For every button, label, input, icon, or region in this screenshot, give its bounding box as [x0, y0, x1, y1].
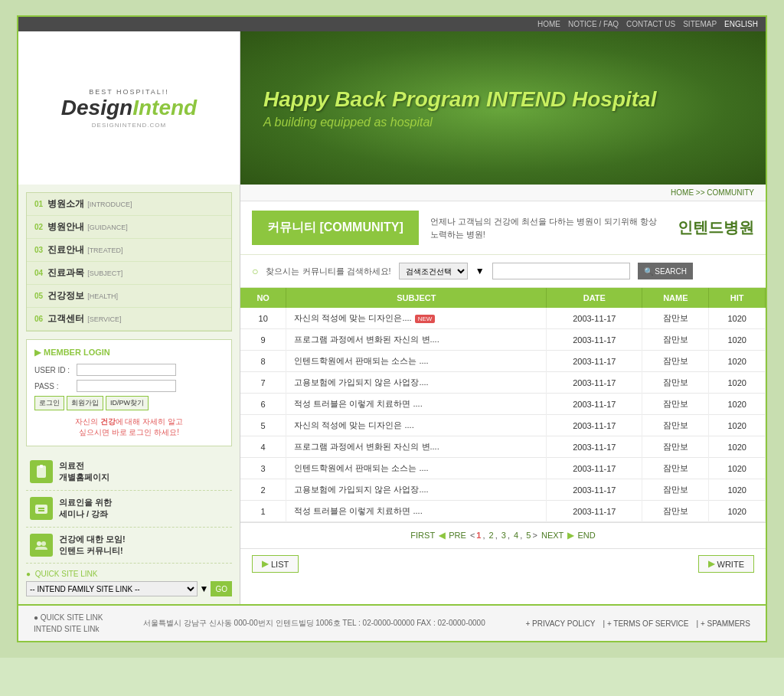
community-name: 인텐드병원	[678, 217, 754, 238]
cell-date: 2003-11-17	[547, 436, 642, 458]
cell-name: 잠만보	[642, 501, 709, 522]
cell-hit: 1020	[709, 479, 766, 501]
cell-date: 2003-11-17	[547, 501, 642, 522]
cell-hit: 1020	[709, 394, 766, 415]
pass-row: PASS :	[34, 380, 224, 392]
cell-name: 잠만보	[642, 372, 709, 394]
banner-title: Happy Back Program INTEND Hospital	[263, 87, 656, 112]
cell-subject[interactable]: 적성 트러블은 이렇게 치료하면 ....	[286, 501, 547, 522]
footer-intendsite: INTEND SITE LINk	[34, 625, 103, 633]
table-row[interactable]: 9프로그램 과정에서 변화된 자신의 변....2003-11-17잠만보102…	[240, 329, 766, 351]
table-row[interactable]: 5자신의 적성에 맞는 디자인은 ....2003-11-17잠만보1020	[240, 415, 766, 436]
pagination-page-4[interactable]: 4	[514, 531, 518, 540]
nav-item-service[interactable]: 06 고객센터 [SERVICE]	[27, 308, 231, 331]
footer-spammers[interactable]: | + SPAMMERS	[697, 619, 750, 628]
cell-name: 잠만보	[642, 394, 709, 415]
cell-no: 4	[240, 436, 286, 458]
nav-num: 01	[34, 200, 43, 208]
community-header: 커뮤니티 [COMMUNITY] 언제나 고객님의 건강에 최선을 다하는 병원…	[240, 201, 766, 255]
footer-links: + PRIVACY POLICY | + TERMS OF SERVICE | …	[525, 619, 750, 628]
quick-go-button[interactable]: GO	[211, 581, 232, 596]
quick-site-select[interactable]: -- INTEND FAMILY SITE LINK --	[26, 581, 198, 596]
table-row[interactable]: 4프로그램 과정에서 변화된 자신의 변....2003-11-17잠만보102…	[240, 436, 766, 458]
search-input[interactable]	[492, 263, 630, 279]
pagination-prev[interactable]: PRE	[449, 531, 466, 540]
login-button[interactable]: 로그인	[34, 396, 64, 410]
data-table: NO SUBJECT DATE NAME HIT 10자신의 적성에 맞는 디자…	[240, 288, 766, 522]
cell-subject[interactable]: 자신의 적성에 맞는 디자인은 ....	[286, 415, 547, 436]
cell-date: 2003-11-17	[547, 329, 642, 351]
cell-no: 2	[240, 479, 286, 501]
nav-contact[interactable]: CONTACT US	[626, 20, 675, 28]
pagination-first[interactable]: FIRST	[410, 531, 435, 540]
search-button[interactable]: 🔍 SEARCH	[638, 263, 693, 279]
search-select[interactable]: 검색조건선택	[399, 263, 468, 279]
cell-subject[interactable]: 적성 트러블은 이렇게 치료하면 ....	[286, 394, 547, 415]
table-row[interactable]: 10자신의 적성에 맞는 디자인은....NEW2003-11-17잠만보102…	[240, 308, 766, 329]
table-row[interactable]: 7고용보험에 가입되지 않은 사업장....2003-11-17잠만보1020	[240, 372, 766, 394]
sidebar-link-community[interactable]: 건강에 대한 모임!인텐드 커뮤니티!	[26, 528, 232, 564]
search-bar: ○ 찾으시는 커뮤니티를 검색하세요! 검색조건선택 ▼ 🔍 SEARCH	[240, 255, 766, 288]
table-row[interactable]: 8인텐드학원에서 판매되는 소스는 ....2003-11-17잠만보1020	[240, 351, 766, 372]
nav-item-health[interactable]: 05 건강정보 [HEALTH]	[27, 285, 231, 308]
cell-date: 2003-11-17	[547, 351, 642, 372]
footer-terms[interactable]: | + TERMS OF SERVICE	[603, 619, 689, 628]
pagination-page-5[interactable]: 5	[526, 531, 531, 540]
pagination-page-2[interactable]: 2	[489, 531, 494, 540]
cell-subject[interactable]: 고용보험에 가입되지 않은 사업장....	[286, 479, 547, 501]
cell-subject[interactable]: 자신의 적성에 맞는 디자인은....NEW	[286, 308, 547, 329]
pagination-page-1[interactable]: 1	[476, 531, 481, 540]
write-button[interactable]: ▶ WRITE	[698, 555, 754, 573]
cell-subject[interactable]: 프로그램 과정에서 변화된 자신의 변....	[286, 436, 547, 458]
nav-item-introduce[interactable]: 01 병원소개 [INTRODUCE]	[27, 193, 231, 216]
cell-no: 6	[240, 394, 286, 415]
userid-input[interactable]	[77, 364, 176, 376]
logo-area: BEST HOSPITAL!! DesignIntend DESIGNINTEN…	[18, 31, 240, 185]
nav-sitemap[interactable]: SITEMAP	[683, 20, 717, 28]
top-nav: HOME NOTICE / FAQ CONTACT US SITEMAP ENG…	[18, 17, 766, 31]
search-bullet: ○	[252, 265, 258, 277]
right-main: HOME >> COMMUNITY 커뮤니티 [COMMUNITY] 언제나 고…	[240, 185, 766, 604]
breadcrumb: HOME >> COMMUNITY	[240, 185, 766, 201]
cell-subject[interactable]: 프로그램 과정에서 변화된 자신의 변....	[286, 329, 547, 351]
table-row[interactable]: 6적성 트러블은 이렇게 치료하면 ....2003-11-17잠만보1020	[240, 394, 766, 415]
col-hit: HIT	[709, 288, 766, 308]
pagination-next[interactable]: NEXT	[541, 531, 564, 540]
cell-no: 8	[240, 351, 286, 372]
nav-label-en: [INTRODUCE]	[87, 201, 132, 208]
sidebar-link-medical[interactable]: 의료전개별홈페이지	[26, 454, 232, 491]
cell-subject[interactable]: 인텐드학원에서 판매되는 소스는 ....	[286, 351, 547, 372]
cell-hit: 1020	[709, 372, 766, 394]
cell-name: 잠만보	[642, 458, 709, 479]
sidebar-link-seminar[interactable]: 의료인을 위한세미나 / 강좌	[26, 491, 232, 528]
cell-subject[interactable]: 고용보험에 가입되지 않은 사업장....	[286, 372, 547, 394]
nav-num: 02	[34, 223, 43, 231]
pagination-next-arrow: ▶	[567, 531, 573, 540]
pass-input[interactable]	[77, 380, 176, 392]
footer-privacy[interactable]: + PRIVACY POLICY	[525, 619, 595, 628]
nav-home[interactable]: HOME	[537, 20, 560, 28]
quick-site-title: ● QUICK SITE LINK	[26, 570, 232, 578]
list-button[interactable]: ▶ LIST	[252, 555, 299, 573]
nav-english[interactable]: ENGLISH	[724, 20, 758, 28]
table-row[interactable]: 2고용보험에 가입되지 않은 사업장....2003-11-17잠만보1020	[240, 479, 766, 501]
community-button[interactable]: 커뮤니티 [COMMUNITY]	[252, 211, 419, 245]
pagination-end[interactable]: END	[577, 531, 595, 540]
cell-name: 잠만보	[642, 329, 709, 351]
cell-subject[interactable]: 인텐드학원에서 판매되는 소스는 ....	[286, 458, 547, 479]
nav-notice[interactable]: NOTICE / FAQ	[568, 20, 619, 28]
nav-label-en: [TREATED]	[87, 247, 122, 254]
table-row[interactable]: 1적성 트러블은 이렇게 치료하면 ....2003-11-17잠만보1020	[240, 501, 766, 522]
table-row[interactable]: 3인텐드학원에서 판매되는 소스는 ....2003-11-17잠만보1020	[240, 458, 766, 479]
pagination-page-3[interactable]: 3	[501, 531, 506, 540]
table-header-row: NO SUBJECT DATE NAME HIT	[240, 288, 766, 308]
medical-icon	[30, 460, 53, 483]
table-body: 10자신의 적성에 맞는 디자인은....NEW2003-11-17잠만보102…	[240, 308, 766, 522]
quick-site-row: -- INTEND FAMILY SITE LINK -- ▼ GO	[26, 581, 232, 596]
nav-num: 05	[34, 292, 43, 300]
findpw-button[interactable]: ID/PW찾기	[106, 396, 149, 410]
nav-item-subject[interactable]: 04 진료과목 [SUBJECT]	[27, 262, 231, 285]
nav-item-treated[interactable]: 03 진료안내 [TREATED]	[27, 239, 231, 262]
register-button[interactable]: 회원가입	[67, 396, 103, 410]
nav-item-guidance[interactable]: 02 병원안내 [GUIDANCE]	[27, 216, 231, 239]
